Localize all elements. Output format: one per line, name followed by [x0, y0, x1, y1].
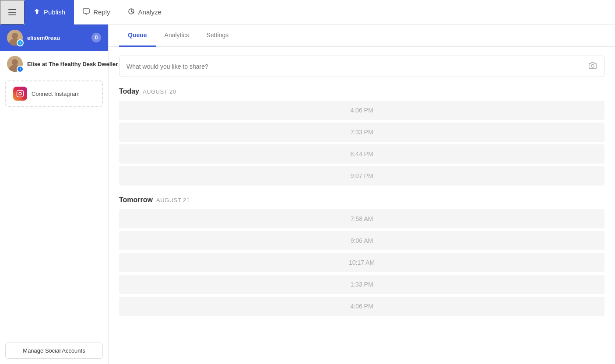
analyze-icon: [128, 8, 135, 17]
svg-point-8: [12, 59, 18, 65]
tomorrow-section: Tomorrow AUGUST 21 7:58 AM 9:06 AM 10:17…: [119, 196, 604, 316]
sidebar-item-facebook[interactable]: f Elise at The Healthy Desk Dweller 1: [0, 51, 108, 77]
main-content: Queue Analytics Settings Today: [109, 24, 615, 364]
tomorrow-label: Tomorrow: [119, 196, 153, 204]
today-header: Today AUGUST 20: [119, 88, 604, 95]
time-slot-tomorrow-2[interactable]: 9:06 AM: [119, 231, 604, 250]
svg-rect-10: [17, 91, 24, 97]
camera-icon[interactable]: [588, 61, 597, 71]
main-layout: t elisem0reau 0 f Elise at The He: [0, 24, 615, 364]
time-slot-tomorrow-1[interactable]: 7:58 AM: [119, 209, 604, 228]
time-slot-today-4[interactable]: 9:07 PM: [119, 166, 604, 186]
svg-point-5: [12, 33, 18, 39]
tab-queue[interactable]: Queue: [119, 24, 156, 47]
tab-bar: Queue Analytics Settings: [109, 24, 615, 47]
today-label: Today: [119, 88, 139, 95]
today-section: Today AUGUST 20 4:06 PM 7:33 PM 8:44 PM …: [119, 88, 604, 186]
svg-point-11: [19, 92, 21, 95]
top-navigation: Publish Reply Analyze: [0, 0, 615, 24]
avatar-twitter: t: [7, 30, 23, 46]
svg-point-12: [21, 91, 22, 92]
manage-social-accounts-button[interactable]: Manage Social Accounts: [5, 343, 103, 359]
tab-settings[interactable]: Settings: [198, 24, 238, 47]
publish-icon: [33, 8, 40, 17]
connect-instagram-button[interactable]: Connect Instagram: [5, 80, 103, 107]
publish-nav-button[interactable]: Publish: [25, 0, 74, 24]
time-slot-today-1[interactable]: 4:06 PM: [119, 101, 604, 120]
facebook-badge-icon: f: [17, 66, 24, 73]
time-slot-tomorrow-5[interactable]: 4:06 PM: [119, 297, 604, 316]
time-slot-today-2[interactable]: 7:33 PM: [119, 122, 604, 142]
reply-icon: [83, 8, 90, 17]
today-date: AUGUST 20: [143, 88, 176, 95]
account-info-facebook: Elise at The Healthy Desk Dweller: [27, 61, 118, 67]
sidebar-item-twitter[interactable]: t elisem0reau 0: [0, 24, 108, 51]
svg-point-13: [591, 64, 594, 67]
svg-rect-1: [8, 12, 16, 13]
connect-instagram-label: Connect Instagram: [32, 91, 80, 97]
menu-button[interactable]: [0, 0, 25, 24]
tab-analytics[interactable]: Analytics: [156, 24, 198, 47]
share-input[interactable]: [127, 63, 588, 70]
tomorrow-header: Tomorrow AUGUST 21: [119, 196, 604, 204]
time-slot-tomorrow-4[interactable]: 1:33 PM: [119, 275, 604, 294]
svg-rect-0: [8, 9, 16, 10]
sidebar: t elisem0reau 0 f Elise at The He: [0, 24, 109, 364]
time-slot-today-3[interactable]: 8:44 PM: [119, 144, 604, 164]
account-badge-twitter: 0: [91, 33, 101, 42]
analyze-nav-button[interactable]: Analyze: [119, 0, 170, 24]
account-name-facebook: Elise at The Healthy Desk Dweller: [27, 61, 118, 67]
account-name-twitter: elisem0reau: [27, 35, 87, 41]
twitter-badge-icon: t: [17, 39, 24, 46]
queue-content: Today AUGUST 20 4:06 PM 7:33 PM 8:44 PM …: [109, 47, 615, 364]
sidebar-spacer: [0, 110, 108, 337]
instagram-icon: [13, 87, 27, 101]
svg-rect-2: [8, 14, 16, 15]
share-box[interactable]: [119, 56, 604, 77]
tomorrow-date: AUGUST 21: [156, 197, 190, 203]
reply-nav-button[interactable]: Reply: [74, 0, 119, 24]
avatar-facebook: f: [7, 56, 23, 72]
time-slot-tomorrow-3[interactable]: 10:17 AM: [119, 253, 604, 272]
account-info-twitter: elisem0reau: [27, 35, 87, 41]
